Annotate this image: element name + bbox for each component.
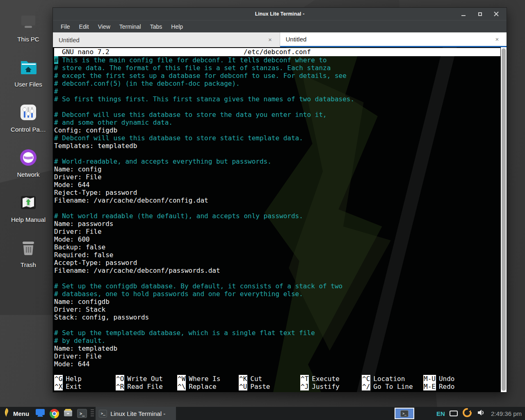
volume-icon[interactable]: [477, 409, 485, 418]
terminal-line: Driver: File: [54, 352, 501, 360]
terminal-line: Accept-Type: password: [54, 259, 501, 267]
nano-shortcut: ^OWrite Out: [116, 375, 177, 383]
shortcut-key: ^X: [54, 383, 63, 390]
menu-item-file[interactable]: File: [56, 22, 75, 32]
shortcut-label: Go To Line: [373, 383, 413, 390]
shortcut-key: M-E: [423, 383, 436, 390]
desktop-icon-control-panel[interactable]: Control Pa…: [2, 98, 54, 144]
nano-buffer[interactable]: # This is the main config file for debco…: [54, 56, 501, 368]
nano-shortcut: ^WWhere Is: [177, 375, 239, 383]
terminal-line: Templates: templatedb: [54, 142, 501, 150]
start-menu-button[interactable]: Menu: [0, 407, 33, 420]
terminal-line: [54, 204, 501, 212]
desktop-icon-user-files[interactable]: User Files: [2, 53, 54, 98]
titlebar[interactable]: Linux Lite Terminal -: [53, 8, 507, 20]
desktop-icon-help-manual[interactable]: Help Manual: [2, 189, 54, 234]
shortcut-key: ^C: [362, 375, 370, 383]
menu-item-view[interactable]: View: [94, 22, 115, 32]
shortcut-key: ^W: [177, 375, 186, 383]
clock[interactable]: 2:49:36 pm: [491, 410, 522, 417]
shortcut-key: ^U: [239, 383, 247, 390]
nano-shortcut: M-UUndo: [423, 375, 501, 383]
shortcut-label: Justify: [312, 383, 339, 390]
terminal-line: [54, 321, 501, 329]
terminal-line: Mode: 644: [54, 181, 501, 189]
scrollbar-thumb[interactable]: [502, 48, 506, 391]
terminal-line: [54, 150, 501, 158]
taskbar-window-button[interactable]: Linux Lite Terminal -: [96, 407, 176, 420]
panel-grip-handle[interactable]: [91, 409, 94, 418]
terminal-icon: [99, 410, 107, 418]
tab-label: Untitled: [286, 36, 494, 43]
workspace-switcher[interactable]: [395, 408, 414, 419]
tab-bar: Untitled Untitled: [53, 32, 507, 47]
menu-item-help[interactable]: Help: [167, 22, 187, 32]
terminal-window: Linux Lite Terminal - File Edit View Ter…: [52, 7, 507, 393]
terminal-scrollbar[interactable]: [501, 47, 507, 392]
tab-untitled-2[interactable]: Untitled: [280, 32, 507, 47]
tab-close-icon[interactable]: [493, 36, 501, 43]
terminal-line: [54, 274, 501, 282]
update-notifier-icon[interactable]: [462, 408, 472, 419]
help-manual-icon: [18, 193, 38, 212]
chrome-icon: [50, 409, 59, 418]
desktop-icon-label: User Files: [14, 81, 42, 88]
terminal-line: # store data. The format of this file is…: [54, 64, 501, 72]
trash-icon: [18, 238, 38, 258]
nano-shortcut: ^TExecute: [300, 375, 362, 383]
nano-shortcut: ^/Go To Line: [362, 383, 423, 390]
menubar: File Edit View Terminal Tabs Help: [53, 20, 507, 32]
chrome-launcher[interactable]: [48, 407, 60, 420]
desktop-icon-label: Trash: [21, 261, 36, 268]
menu-item-edit[interactable]: Edit: [75, 22, 94, 32]
terminal-line: Backup: false: [54, 243, 501, 251]
terminal-line: Name: passwords: [54, 220, 501, 228]
menu-item-tabs[interactable]: Tabs: [146, 22, 167, 32]
shortcut-label: Where Is: [189, 375, 220, 383]
menu-item-terminal[interactable]: Terminal: [115, 22, 146, 32]
terminal-line: [54, 103, 501, 111]
nano-editor[interactable]: /etc/debconf.conf GNU nano 7.2 # This is…: [53, 47, 501, 392]
terminal-view[interactable]: /etc/debconf.conf GNU nano 7.2 # This is…: [53, 47, 507, 392]
nano-file-path: /etc/debconf.conf: [54, 48, 500, 56]
shortcut-key: M-U: [423, 375, 436, 383]
nano-shortcut: ^KCut: [239, 375, 300, 383]
terminal-line: # World-readable, and accepts everything…: [54, 158, 501, 165]
maximize-button[interactable]: [477, 11, 483, 17]
terminal-line: # Set up the templatedb database, which …: [54, 329, 501, 337]
shortcut-label: Replace: [189, 383, 216, 390]
nano-shortcut-bar: ^GHelp^OWrite Out^WWhere Is^KCut^TExecut…: [54, 375, 501, 390]
control-panel-icon: [18, 103, 38, 122]
window-controls: [461, 11, 507, 17]
desktop-icon-label: Network: [17, 171, 39, 178]
terminal-line: Driver: File: [54, 173, 501, 181]
browser-launcher[interactable]: [34, 407, 46, 420]
tab-close-icon[interactable]: [267, 36, 274, 43]
home-folder-icon: [18, 57, 38, 77]
taskbar: Menu Linux Lite Terminal -: [0, 407, 525, 420]
nano-shortcut: ^CLocation: [362, 375, 423, 383]
display-settings-icon[interactable]: [450, 411, 458, 416]
terminal-line: # except the first sets up a database fo…: [54, 72, 501, 80]
tab-untitled-1[interactable]: Untitled: [53, 32, 280, 47]
terminal-line: Mode: 600: [54, 235, 501, 243]
keyboard-layout-indicator[interactable]: EN: [436, 410, 445, 417]
nano-shortcut: ^RRead File: [116, 383, 177, 390]
terminal-line: # by default.: [54, 337, 501, 345]
close-button[interactable]: [493, 11, 499, 17]
minimize-icon: [461, 15, 466, 16]
minimize-button[interactable]: [461, 11, 466, 17]
nano-titlebar: /etc/debconf.conf GNU nano 7.2: [54, 48, 500, 56]
terminal-line: Driver: Stack: [54, 306, 501, 313]
terminal-line: Filename: /var/cache/debconf/config.dat: [54, 196, 501, 204]
desktop-icon-this-pc[interactable]: This PC: [2, 8, 54, 53]
file-manager-launcher[interactable]: [62, 407, 74, 420]
shortcut-key: ^J: [300, 383, 309, 390]
terminal-launcher[interactable]: [76, 407, 88, 420]
shortcut-label: Read File: [127, 383, 163, 390]
window-title: Linux Lite Terminal -: [53, 11, 507, 17]
desktop-icon-trash[interactable]: Trash: [2, 234, 54, 279]
shortcut-label: Paste: [250, 383, 270, 390]
desktop-icon-label: Help Manual: [11, 216, 46, 223]
desktop-icon-network[interactable]: Network: [2, 144, 54, 189]
